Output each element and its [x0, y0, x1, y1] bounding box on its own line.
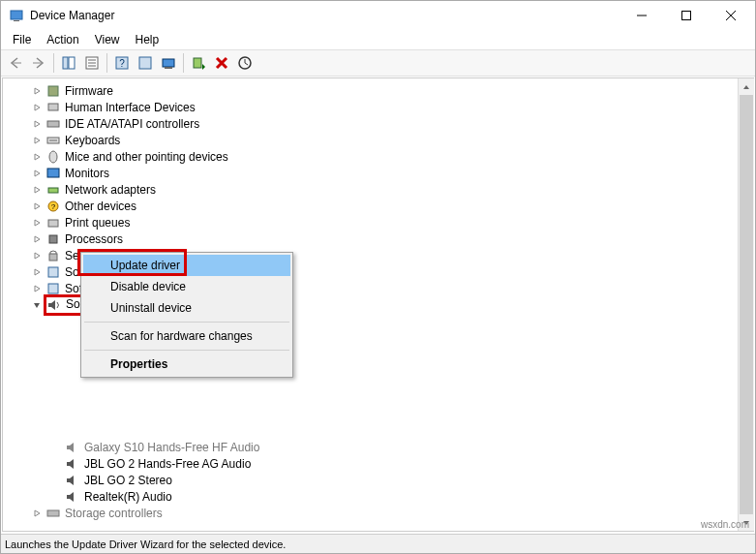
device-label: JBL GO 2 Hands-Free AG Audio: [84, 457, 251, 471]
enable-button[interactable]: [188, 52, 209, 74]
tree-category[interactable]: Mice and other pointing devices: [5, 148, 751, 165]
context-disable-device[interactable]: Disable device: [83, 276, 290, 297]
chip-icon: [45, 83, 61, 99]
scan-button[interactable]: [158, 52, 179, 74]
context-properties[interactable]: Properties: [83, 354, 290, 375]
context-scan-hardware[interactable]: Scan for hardware changes: [83, 325, 290, 347]
svg-rect-25: [47, 169, 59, 177]
tree-category[interactable]: Human Interface Devices: [5, 99, 751, 115]
tree-category[interactable]: Print queues: [5, 214, 751, 231]
menu-view[interactable]: View: [87, 31, 128, 48]
tree-device-item[interactable]: JBL GO 2 Stereo: [5, 472, 751, 488]
tree-category[interactable]: ?Other devices: [5, 198, 751, 214]
category-label: Print queues: [65, 216, 130, 230]
back-button[interactable]: [5, 52, 26, 74]
toolbar: ?: [1, 49, 755, 77]
expand-icon[interactable]: [30, 101, 44, 114]
svg-rect-33: [48, 284, 58, 293]
vertical-scrollbar[interactable]: [738, 78, 754, 531]
expand-icon[interactable]: [30, 232, 44, 246]
monitor-icon: [45, 166, 61, 181]
tree-category[interactable]: Keyboards: [5, 132, 751, 148]
speaker-icon: [65, 489, 80, 505]
svg-rect-6: [63, 57, 68, 69]
collapse-icon[interactable]: [30, 298, 44, 312]
cpu-icon: [45, 231, 61, 247]
menu-file[interactable]: File: [5, 31, 39, 48]
forward-button[interactable]: [28, 52, 49, 74]
menu-action[interactable]: Action: [39, 31, 86, 48]
expand-icon[interactable]: [30, 216, 44, 230]
action-button[interactable]: [135, 52, 156, 74]
expand-icon[interactable]: [30, 282, 44, 295]
expand-icon[interactable]: [30, 167, 44, 180]
mouse-icon: [45, 149, 61, 165]
security-icon: [45, 248, 61, 263]
svg-rect-21: [47, 121, 59, 127]
show-hide-button[interactable]: [58, 52, 79, 74]
category-label: Network adapters: [65, 183, 156, 197]
tree-category[interactable]: Firmware: [5, 82, 751, 99]
tree-category[interactable]: IDE ATA/ATAPI controllers: [5, 115, 751, 132]
expand-icon[interactable]: [30, 183, 44, 197]
svg-rect-7: [69, 57, 75, 69]
tree-category[interactable]: Processors: [5, 231, 751, 247]
status-text: Launches the Update Driver Wizard for th…: [5, 539, 286, 550]
help-button[interactable]: ?: [111, 52, 133, 74]
scroll-up-icon[interactable]: [739, 78, 754, 95]
svg-rect-20: [48, 104, 58, 110]
context-update-driver[interactable]: Update driver: [83, 255, 290, 276]
tree-device-item[interactable]: Galaxy S10 Hands-Free HF Audio: [5, 439, 751, 455]
category-label: Storage controllers: [65, 507, 163, 520]
svg-rect-29: [48, 220, 58, 227]
tree-device-item[interactable]: Realtek(R) Audio: [5, 488, 751, 505]
software-icon: [45, 264, 61, 280]
category-label: Keyboards: [65, 134, 120, 147]
svg-rect-17: [194, 58, 201, 68]
watermark: wsxdn.com: [701, 519, 749, 530]
menubar: File Action View Help: [1, 30, 755, 49]
status-bar: Launches the Update Driver Wizard for th…: [1, 534, 755, 553]
close-button[interactable]: [709, 1, 753, 30]
svg-rect-26: [48, 188, 58, 193]
window-controls: [620, 1, 753, 30]
category-label: Processors: [65, 232, 123, 246]
hid-icon: [45, 100, 61, 115]
expand-icon[interactable]: [30, 507, 44, 520]
properties-button[interactable]: [81, 52, 103, 74]
svg-rect-30: [49, 235, 57, 243]
storage-icon: [45, 506, 61, 521]
other-icon: ?: [45, 199, 61, 214]
scroll-thumb[interactable]: [740, 95, 753, 514]
expand-icon[interactable]: [30, 117, 44, 131]
ide-icon: [45, 116, 61, 132]
tree-category-storage[interactable]: Storage controllers: [5, 505, 751, 521]
expand-icon[interactable]: [30, 134, 44, 147]
tree-device-item[interactable]: JBL GO 2 Hands-Free AG Audio: [5, 455, 751, 472]
svg-rect-19: [48, 86, 58, 96]
expand-icon[interactable]: [30, 150, 44, 164]
context-menu: Update driver Disable device Uninstall d…: [80, 252, 293, 378]
expand-icon[interactable]: [30, 84, 44, 98]
menu-help[interactable]: Help: [128, 31, 167, 48]
svg-rect-15: [163, 59, 174, 67]
expand-icon[interactable]: [30, 265, 44, 279]
update-button[interactable]: [234, 52, 256, 74]
window-title: Device Manager: [30, 9, 620, 22]
titlebar: Device Manager: [1, 1, 755, 30]
tree-category[interactable]: Monitors: [5, 165, 751, 181]
maximize-button[interactable]: [664, 1, 709, 30]
expand-icon[interactable]: [30, 249, 44, 262]
svg-rect-14: [139, 57, 151, 69]
device-label: Galaxy S10 Hands-Free HF Audio: [84, 441, 259, 454]
uninstall-button[interactable]: [211, 52, 232, 74]
category-label: Other devices: [65, 200, 136, 213]
svg-text:?: ?: [119, 58, 125, 69]
context-uninstall-device[interactable]: Uninstall device: [83, 297, 290, 319]
app-icon: [9, 8, 24, 23]
minimize-button[interactable]: [620, 1, 664, 30]
expand-icon[interactable]: [30, 200, 44, 213]
category-label: Mice and other pointing devices: [65, 150, 228, 164]
category-label: Human Interface Devices: [65, 101, 196, 114]
tree-category[interactable]: Network adapters: [5, 181, 751, 198]
